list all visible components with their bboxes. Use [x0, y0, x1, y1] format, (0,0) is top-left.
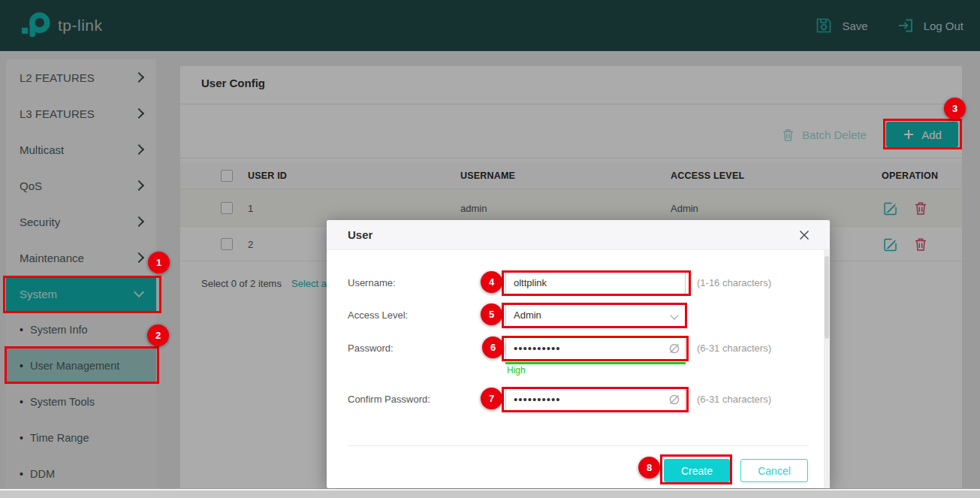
- annotation-step-number: 6: [482, 337, 504, 358]
- password-strength-label: High: [507, 365, 526, 376]
- annotation-box-step7: [502, 387, 689, 412]
- confirm-password-label: Confirm Password:: [348, 388, 490, 411]
- username-label: Username:: [348, 272, 490, 294]
- modal-header: User: [327, 220, 830, 250]
- annotation-box-step8: [660, 454, 732, 484]
- password-hint: (6-31 characters): [697, 337, 771, 360]
- annotation-step-number: 4: [481, 271, 502, 293]
- annotation-box-step1: [3, 276, 161, 313]
- divider: [348, 445, 809, 446]
- annotation-box-step3: [883, 119, 962, 149]
- horizontal-scrollbar[interactable]: [0, 489, 980, 498]
- annotation-step-number: 5: [481, 303, 502, 325]
- modal-scrollbar-track[interactable]: [824, 250, 830, 488]
- close-icon[interactable]: [798, 229, 810, 241]
- modal-title: User: [348, 220, 372, 250]
- annotation-step-number: 7: [481, 388, 502, 409]
- annotation-box-step6: [502, 336, 689, 361]
- annotation-box-step4: [502, 270, 691, 296]
- password-strength-bar: [505, 362, 686, 364]
- app-root: tp-link Save: [0, 0, 980, 498]
- confirm-password-hint: (6-31 characters): [697, 388, 771, 411]
- annotation-step-number: 3: [944, 98, 966, 119]
- annotation-step-number: 1: [148, 252, 170, 273]
- annotation-step-number: 2: [147, 324, 169, 346]
- username-hint: (1-16 characters): [697, 272, 771, 294]
- annotation-box-step2: [5, 346, 159, 384]
- annotation-step-number: 8: [638, 457, 660, 478]
- cancel-button[interactable]: Cancel: [740, 459, 808, 482]
- access-level-label: Access Level:: [348, 304, 490, 327]
- modal-scrollbar-thumb[interactable]: [825, 256, 829, 339]
- annotation-box-step5: [502, 303, 687, 328]
- password-label: Password:: [348, 337, 490, 360]
